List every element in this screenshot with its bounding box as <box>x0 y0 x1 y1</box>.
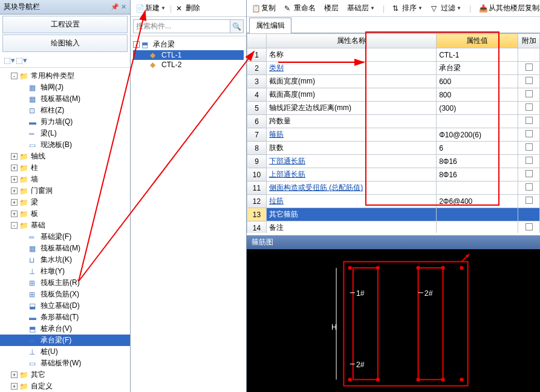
comp-item[interactable]: ◆CTL-2 <box>133 60 244 70</box>
draw-input-button[interactable]: 绘图输入 <box>2 34 128 52</box>
tree-item[interactable]: ⊞筏板负筋(X) <box>0 289 130 300</box>
svg-point-10 <box>416 377 420 381</box>
component-list-panel: 📄 新建 ▼ | ✕ 删除 搜索构件... 🔍 -⬒承台梁◆CTL-1◆CTL-… <box>131 0 247 392</box>
svg-point-6 <box>441 266 445 270</box>
component-type-tree: -📁常用构件类型▦轴网(J)▦筏板基础(M)⊡框柱(Z)▬剪力墙(Q)═梁(L)… <box>0 68 130 392</box>
prop-row[interactable]: 13其它箍筋 <box>247 208 540 221</box>
svg-point-4 <box>376 266 380 270</box>
tree-item[interactable]: +📁梁 <box>0 197 130 208</box>
svg-point-9 <box>376 377 380 381</box>
tree-item[interactable]: ▭现浇板(B) <box>0 139 130 151</box>
nav-pin-icons[interactable]: 📌 ✕ <box>111 3 126 11</box>
tree-item[interactable]: ⊡框柱(Z) <box>0 105 130 116</box>
nav-title-bar: 莫块导航栏 📌 ✕ <box>0 0 130 15</box>
prop-row[interactable]: 9下部通长筋8Φ16 <box>247 155 540 168</box>
tree-item[interactable]: +📁板 <box>0 208 130 220</box>
dropdown-icon: ▼ <box>161 5 166 11</box>
prop-row[interactable]: 10上部通长筋8Φ16 <box>247 168 540 181</box>
svg-point-11 <box>441 377 445 381</box>
search-button[interactable]: 🔍 <box>230 19 244 33</box>
property-table: 属性名称 属性值 附加 1名称CTL-12类别承台梁3截面宽度(mm)6004截… <box>247 33 540 233</box>
svg-point-7 <box>460 266 463 270</box>
tree-item[interactable]: ⊥柱墩(Y) <box>0 266 130 277</box>
filter-button[interactable]: ▽过滤▼ <box>429 2 464 15</box>
tree-item[interactable]: ▦筏板基础(M) <box>0 93 130 105</box>
delete-icon: ✕ <box>176 4 184 13</box>
diagram-title: 箍筋图 <box>247 235 540 249</box>
tree-item[interactable]: +📁其它 <box>0 369 130 381</box>
svg-point-12 <box>460 377 463 381</box>
svg-rect-2 <box>418 268 443 380</box>
svg-text:1#: 1# <box>356 289 365 298</box>
tree-item[interactable]: ═承台梁(F) <box>0 335 130 346</box>
tree-item[interactable]: ═梁(L) <box>0 128 130 139</box>
col-name: 属性名称 <box>267 34 437 48</box>
rename-button[interactable]: ✎重命名 <box>282 2 318 15</box>
tree-item[interactable]: ▦筏板基础(M) <box>0 243 130 254</box>
copy-icon: 📋 <box>252 4 260 13</box>
tree-item[interactable]: ⊔集水坑(K) <box>0 254 130 266</box>
copy-from-button[interactable]: 📥从其他楼层复制构件 <box>477 2 540 15</box>
tree-item[interactable]: ⊞筏板主筋(R) <box>0 277 130 289</box>
tool-icon[interactable]: ⬚▾ <box>4 56 12 64</box>
tree-item[interactable]: +📁墙 <box>0 174 130 185</box>
rebar-diagram: 1# 2# 2# H <box>247 249 540 392</box>
tree-item[interactable]: -📁常用构件类型 <box>0 70 130 82</box>
tree-item[interactable]: ⬒桩承台(V) <box>0 323 130 335</box>
floor-select[interactable]: 基础层▼ <box>345 2 377 15</box>
tree-item[interactable]: ▭基础板带(W) <box>0 358 130 369</box>
col-num <box>247 34 267 48</box>
svg-point-5 <box>416 266 420 270</box>
comp-item[interactable]: ◆CTL-1 <box>133 50 244 60</box>
tab-property-edit[interactable]: 属性编辑 <box>249 18 291 33</box>
comp-root[interactable]: -⬒承台梁 <box>133 39 244 50</box>
center-toolbar: 📄 新建 ▼ | ✕ 删除 <box>131 0 246 17</box>
svg-text:2#: 2# <box>425 289 433 298</box>
prop-row[interactable]: 11侧面构造或受扭筋 (总配筋值) <box>247 181 540 195</box>
col-value: 属性值 <box>437 34 518 48</box>
nav-panel: 莫块导航栏 📌 ✕ 工程设置 绘图输入 ⬚▾ ⬚▾ -📁常用构件类型▦轴网(J)… <box>0 0 131 392</box>
sort-button[interactable]: ⇅排序▼ <box>390 2 425 15</box>
tool-icon[interactable]: ⬚▾ <box>16 56 24 64</box>
property-panel: 📋复制 ✎重命名 楼层 基础层▼ | ⇅排序▼ ▽过滤▼ | 📥从其他楼层复制构… <box>247 0 540 392</box>
nav-title-text: 莫块导航栏 <box>4 2 40 12</box>
tree-item[interactable]: +📁轴线 <box>0 151 130 162</box>
copy-button[interactable]: 📋复制 <box>249 2 278 15</box>
col-extra: 附加 <box>518 34 540 48</box>
tab-row: 属性编辑 <box>247 17 540 33</box>
tree-item[interactable]: ▬条形基础(T) <box>0 312 130 323</box>
tree-item[interactable]: ▦轴网(J) <box>0 82 130 93</box>
sort-icon: ⇅ <box>392 4 401 13</box>
prop-row[interactable]: 5轴线距梁左边线距离(mm)(300) <box>247 102 540 115</box>
tree-item[interactable]: ▬剪力墙(Q) <box>0 116 130 128</box>
tree-item[interactable]: +📁自定义 <box>0 381 130 392</box>
tree-item[interactable]: ═基础梁(F) <box>0 231 130 243</box>
tree-item[interactable]: -📁基础 <box>0 220 130 231</box>
tree-item[interactable]: ⊥桩(U) <box>0 346 130 358</box>
tree-item[interactable]: +📁柱 <box>0 162 130 174</box>
prop-row[interactable]: 1名称CTL-1 <box>247 48 540 62</box>
copy-from-icon: 📥 <box>479 4 487 13</box>
component-instance-tree: -⬒承台梁◆CTL-1◆CTL-2 <box>131 36 246 392</box>
prop-row[interactable]: 6跨数量 <box>247 115 540 128</box>
prop-row[interactable]: 12拉筋2Φ6@400 <box>247 195 540 208</box>
search-input[interactable]: 搜索构件... <box>133 19 230 33</box>
svg-text:2#: 2# <box>356 361 365 369</box>
prop-row[interactable]: 2类别承台梁 <box>247 62 540 75</box>
floor-label: 楼层 <box>322 2 341 15</box>
prop-row[interactable]: 7箍筋Φ10@200(6) <box>247 128 540 142</box>
new-button[interactable]: 📄 新建 ▼ <box>133 2 168 15</box>
prop-row[interactable]: 3截面宽度(mm)600 <box>247 75 540 88</box>
prop-row[interactable]: 8肢数6 <box>247 142 540 155</box>
tree-item[interactable]: +📁门窗洞 <box>0 185 130 197</box>
svg-point-8 <box>348 377 352 381</box>
prop-row[interactable]: 4截面高度(mm)800 <box>247 88 540 102</box>
dropdown-icon: ▼ <box>370 5 375 11</box>
new-icon: 📄 <box>135 4 144 13</box>
search-icon: 🔍 <box>232 22 241 31</box>
delete-button[interactable]: ✕ 删除 <box>174 2 203 15</box>
project-settings-button[interactable]: 工程设置 <box>2 16 128 33</box>
tree-item[interactable]: ⬓独立基础(D) <box>0 300 130 312</box>
svg-text:H: H <box>331 323 337 332</box>
prop-row[interactable]: 14备注 <box>247 221 540 234</box>
